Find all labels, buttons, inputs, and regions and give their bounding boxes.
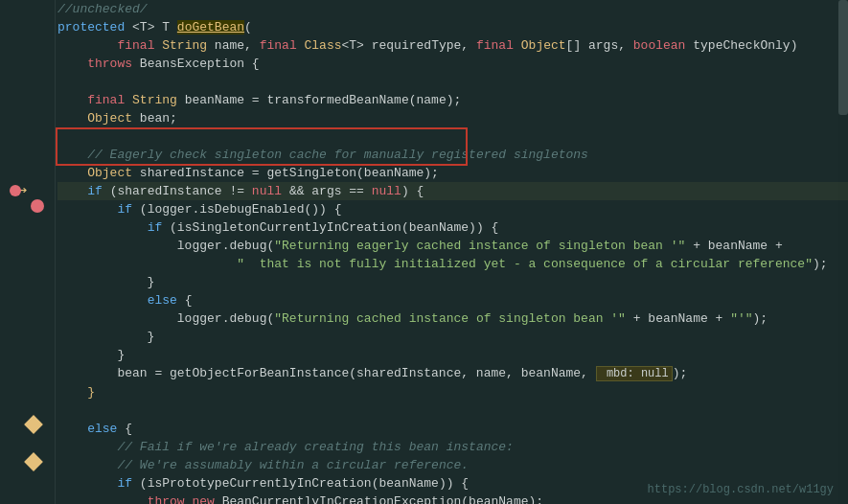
breakpoint-indicator xyxy=(31,199,44,213)
code-line: final String beanName = transformedBeanN… xyxy=(57,91,848,109)
code-line: } xyxy=(57,383,848,401)
code-line: else { xyxy=(57,420,848,438)
code-line: logger.debug("Returning cached instance … xyxy=(57,309,848,328)
code-line: // Eagerly check singleton cache for man… xyxy=(57,146,848,164)
code-line: ➔ if (sharedInstance != null && args == … xyxy=(57,182,848,200)
code-line: protected <T> T doGetBean( xyxy=(57,18,848,36)
code-line: throws BeansException { xyxy=(57,55,848,73)
code-line: if (isSingletonCurrentlyInCreation(beanN… xyxy=(57,218,848,237)
code-line: logger.debug("Returning eagerly cached i… xyxy=(57,237,848,255)
code-line xyxy=(57,127,848,146)
code-line: " that is not fully initialized yet - a … xyxy=(57,255,848,273)
code-line: else { xyxy=(57,291,848,309)
code-line xyxy=(57,401,848,420)
code-line: bean = getObjectForBeanInstance(sharedIn… xyxy=(57,364,848,383)
code-line: // We're assumably within a circular ref… xyxy=(57,456,848,474)
code-line: Object sharedInstance = getSingleton(bea… xyxy=(57,164,848,182)
code-line xyxy=(57,73,848,91)
code-area: //unchecked/ protected <T> T doGetBean( … xyxy=(0,0,848,504)
code-line: if (logger.isDebugEnabled()) { xyxy=(57,200,848,218)
code-line: // Fail if we're already creating this b… xyxy=(57,438,848,456)
code-line: } xyxy=(57,346,848,364)
code-line: Object bean; xyxy=(57,109,848,127)
code-line: } xyxy=(57,273,848,291)
watermark: https://blog.csdn.net/w11gy xyxy=(648,483,834,496)
code-line: //unchecked/ xyxy=(57,0,848,18)
code-line: } xyxy=(57,328,848,346)
code-line: final String name, final Class<T> requir… xyxy=(57,36,848,55)
code-editor: //unchecked/ protected <T> T doGetBean( … xyxy=(0,0,848,504)
